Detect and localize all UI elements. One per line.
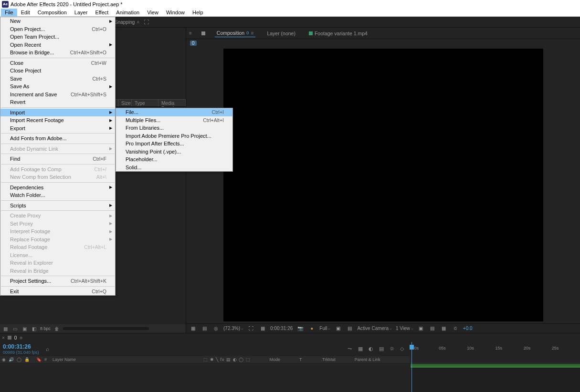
- file-menu-scripts[interactable]: Scripts▶: [0, 202, 115, 210]
- file-menu-add-footage-to-comp: Add Footage to CompCtrl+/: [0, 165, 115, 174]
- menu-file[interactable]: File: [1, 9, 17, 16]
- menu-effect[interactable]: Effect: [91, 9, 112, 16]
- file-menu-add-fonts-from-adobe-[interactable]: Add Fonts from Adobe...: [0, 134, 115, 143]
- switches-icon[interactable]: ⛭: [390, 346, 397, 352]
- snapshot-icon[interactable]: 📷: [296, 325, 304, 332]
- motion-blur-icon[interactable]: ◐: [369, 346, 376, 352]
- tab-composition[interactable]: Composition 0 ≡: [215, 29, 256, 37]
- file-menu-new[interactable]: New▶: [0, 17, 115, 25]
- project-settings-icon[interactable]: ◧: [31, 326, 37, 331]
- file-menu-revert[interactable]: Revert: [0, 98, 115, 106]
- timeline-track-area[interactable]: [411, 363, 580, 392]
- frame-blend-icon[interactable]: ▦: [358, 346, 366, 352]
- color-manage-icon[interactable]: ▦: [440, 325, 448, 332]
- menu-help[interactable]: Help: [189, 9, 207, 16]
- col-size[interactable]: Size: [118, 100, 132, 106]
- col-t[interactable]: T: [299, 357, 302, 362]
- channel-icon[interactable]: ●: [308, 325, 316, 332]
- new-comp-icon[interactable]: ▣: [21, 326, 28, 331]
- tl-tab-color-icon: [8, 336, 11, 340]
- file-menu-import-recent-footage[interactable]: Import Recent Footage▶: [0, 116, 115, 124]
- tab-footage[interactable]: Footage variante 1.mp4: [307, 30, 369, 37]
- file-menu-adobe-dynamic-link: Adobe Dynamic Link▶: [0, 145, 115, 153]
- menu-view[interactable]: View: [143, 9, 162, 16]
- ruler-tick: 15s: [496, 346, 524, 353]
- visibility-icon[interactable]: ◉: [2, 357, 6, 362]
- comp-badge[interactable]: 0: [190, 41, 197, 46]
- transparency-icon[interactable]: ▦: [259, 325, 266, 332]
- file-menu-import[interactable]: Import▶: [0, 109, 115, 117]
- reset-icon[interactable]: ⛭: [452, 325, 459, 332]
- solo-icon[interactable]: ◯: [17, 357, 21, 362]
- col-layername[interactable]: Layer Name: [53, 357, 76, 362]
- playhead[interactable]: [411, 342, 412, 392]
- viewer-icon[interactable]: ▤: [429, 325, 436, 332]
- file-menu-close-project[interactable]: Close Project: [0, 67, 115, 75]
- graph-icon[interactable]: ▤: [379, 346, 387, 352]
- mask-icon[interactable]: ▦: [189, 325, 197, 332]
- import-menu-from-libraries-[interactable]: From Libraries...: [116, 124, 232, 132]
- import-menu-multiple-files-[interactable]: Multiple Files...Ctrl+Alt+I: [116, 116, 232, 124]
- file-menu-save-as[interactable]: Save As▶: [0, 83, 115, 91]
- file-menu-close[interactable]: CloseCtrl+W: [0, 59, 115, 67]
- import-menu-pro-import-after-effects-[interactable]: Pro Import After Effects...: [116, 140, 232, 148]
- roi-icon[interactable]: ⛶: [247, 325, 255, 332]
- lock-icon[interactable]: 🔒: [24, 357, 30, 362]
- file-menu-exit[interactable]: ExitCtrl+Q: [0, 288, 115, 296]
- resolution-dropdown[interactable]: Full⌵: [319, 326, 330, 331]
- grid-icon[interactable]: ▤: [200, 325, 208, 332]
- timeline-icon[interactable]: ▤: [346, 325, 353, 332]
- file-menu-export[interactable]: Export▶: [0, 124, 115, 133]
- view-dropdown[interactable]: 1 View⌵: [396, 326, 413, 331]
- file-menu-save[interactable]: SaveCtrl+S: [0, 75, 115, 83]
- import-menu-placeholder-[interactable]: Placeholder...: [116, 155, 232, 164]
- ruler-tick: 10s: [467, 346, 495, 353]
- col-parent[interactable]: Parent & Link: [355, 357, 380, 362]
- search-icon[interactable]: ⌕: [46, 346, 49, 352]
- camera-dropdown[interactable]: Active Camera⌵: [357, 326, 392, 331]
- file-menu-open-team-project-[interactable]: Open Team Project...: [0, 33, 115, 41]
- menu-composition[interactable]: Composition: [34, 9, 71, 16]
- col-type[interactable]: Type: [132, 100, 158, 106]
- file-menu-dependencies[interactable]: Dependencies▶: [0, 184, 115, 192]
- import-menu-file-[interactable]: File...Ctrl+I: [116, 108, 232, 116]
- time-display[interactable]: 0:00:31:26: [270, 326, 293, 331]
- exposure[interactable]: +0.0: [463, 326, 473, 331]
- audio-icon[interactable]: 🔊: [9, 357, 14, 362]
- file-menu-open-project-[interactable]: Open Project...Ctrl+O: [0, 25, 115, 33]
- bpc-label[interactable]: 8 bpc: [40, 326, 51, 331]
- label-icon[interactable]: 🔖: [36, 357, 42, 362]
- import-menu-solid-[interactable]: Solid...: [116, 164, 232, 172]
- pixel-aspect-icon[interactable]: ▣: [417, 325, 425, 332]
- viewer-canvas: [223, 49, 543, 321]
- zoom-dropdown[interactable]: (72.3%)⌵: [223, 326, 243, 331]
- file-menu-browse-in-bridge-[interactable]: Browse in Bridge...Ctrl+Alt+Shift+O: [0, 49, 115, 57]
- menu-animation[interactable]: Animation: [112, 9, 143, 16]
- guide-icon[interactable]: ◎: [212, 325, 220, 332]
- menu-layer[interactable]: Layer: [71, 9, 92, 16]
- zoom-slider[interactable]: [63, 327, 149, 330]
- fast-preview-icon[interactable]: ▣: [334, 325, 342, 332]
- col-mode[interactable]: Mode: [270, 357, 281, 362]
- shy-icon[interactable]: ⤳: [348, 346, 355, 352]
- timecode[interactable]: 0:00:31:26: [3, 343, 39, 350]
- tl-tab[interactable]: 0: [14, 335, 17, 340]
- file-menu-project-settings-[interactable]: Project Settings...Ctrl+Alt+Shift+K: [0, 277, 115, 285]
- file-menu-increment-and-save[interactable]: Increment and SaveCtrl+Alt+Shift+S: [0, 91, 115, 99]
- col-duration[interactable]: Media Duration: [158, 100, 186, 106]
- menu-edit[interactable]: Edit: [17, 9, 34, 16]
- tab-layer[interactable]: Layer (none): [265, 30, 297, 37]
- folder-icon[interactable]: ▭: [11, 326, 18, 331]
- marker-icon[interactable]: ◇: [400, 346, 408, 352]
- viewer[interactable]: [186, 47, 580, 323]
- track-bar[interactable]: [411, 364, 580, 368]
- menu-window[interactable]: Window: [162, 9, 189, 16]
- file-menu-watch-folder-[interactable]: Watch Folder...: [0, 191, 115, 199]
- import-menu-vanishing-point-vpe-[interactable]: Vanishing Point (.vpe)...: [116, 148, 232, 156]
- file-menu-open-recent[interactable]: Open Recent▶: [0, 41, 115, 49]
- col-trkmat[interactable]: .TrkMat: [321, 357, 336, 362]
- trash-icon[interactable]: 🗑: [53, 326, 60, 331]
- file-menu-find[interactable]: FindCtrl+F: [0, 155, 115, 163]
- import-menu-import-adobe-premiere-pro-project-[interactable]: Import Adobe Premiere Pro Project...: [116, 132, 232, 140]
- interpret-icon[interactable]: ▦: [2, 326, 9, 331]
